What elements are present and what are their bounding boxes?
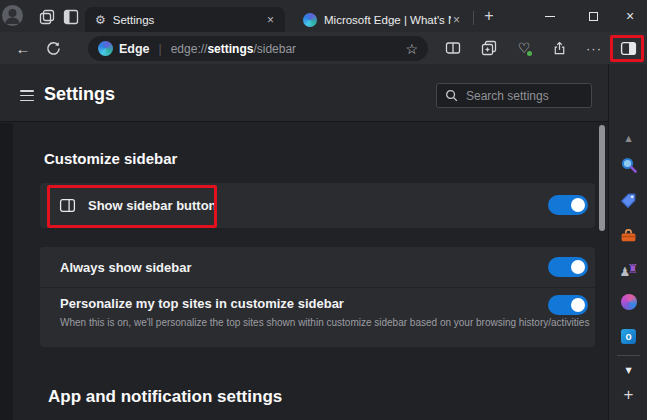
sidebar-item-microsoft-365[interactable]	[609, 294, 647, 310]
heart-pulse-icon: ♡	[518, 40, 531, 56]
edge-site-logo-icon	[98, 41, 113, 56]
url-highlight: settings	[207, 42, 253, 56]
tab-close-icon[interactable]: ×	[265, 13, 276, 27]
settings-content: Customize sidebar Show sidebar button Al…	[0, 123, 608, 420]
toolbox-icon	[620, 227, 637, 244]
page-title: Settings	[44, 84, 115, 105]
setting-description: When this is on, we'll personalize the t…	[60, 317, 589, 328]
show-sidebar-button-toggle[interactable]	[548, 195, 588, 215]
microsoft-365-icon	[621, 294, 637, 310]
favorite-star-icon[interactable]: ☆	[405, 41, 418, 57]
tab-settings[interactable]: ⚙ Settings ×	[85, 7, 285, 32]
chevron-up-icon: ▲	[625, 135, 631, 143]
window-minimize-button[interactable]	[535, 2, 565, 30]
status-dot	[527, 51, 532, 56]
settings-tab-favicon-gear-icon: ⚙	[95, 14, 106, 26]
url-text: edge://settings/sidebar	[171, 42, 296, 56]
toggle-knob	[571, 198, 585, 212]
page-scrollbar-thumb[interactable]	[599, 125, 605, 231]
personalize-top-sites-toggle[interactable]	[548, 295, 588, 315]
search-colored-icon	[620, 156, 638, 174]
outlook-icon: o	[621, 329, 636, 344]
search-icon	[445, 89, 458, 102]
ellipsis-icon: ···	[586, 41, 602, 56]
edge-logo-icon	[303, 13, 317, 27]
browser-essentials-button[interactable]: ♡	[512, 36, 536, 60]
settings-and-more-button[interactable]: ···	[582, 36, 606, 60]
section-heading-app-notification: App and notification settings	[48, 387, 282, 407]
site-label: Edge	[119, 42, 150, 56]
titlebar: ⚙ Settings × Microsoft Edge | What's New…	[0, 0, 647, 32]
new-tab-button[interactable]: +	[478, 4, 500, 28]
sidebar-item-shopping[interactable]	[609, 191, 647, 209]
sidebar-item-search[interactable]	[609, 155, 647, 175]
sidebar-item-outlook[interactable]: o	[609, 328, 647, 344]
chess-pieces-icon: ♟♜	[620, 262, 638, 279]
toggle-knob	[571, 260, 585, 274]
annotation-box-sidebar-toggle	[610, 35, 644, 62]
url-scheme: edge://	[171, 42, 208, 56]
settings-search-input[interactable]	[466, 89, 583, 103]
sidebar-customize-add-button[interactable]: +	[609, 385, 647, 405]
shopping-tag-icon	[620, 192, 637, 209]
window-close-button[interactable]: ×	[615, 2, 645, 30]
url-divider: |	[159, 42, 162, 56]
sidebar-expand-down-button[interactable]: ▼	[609, 364, 647, 378]
tab-whats-new[interactable]: Microsoft Edge | What's New ×	[293, 7, 471, 32]
setting-label: Personalize my top sites in customize si…	[60, 296, 344, 311]
back-button[interactable]: ←	[12, 38, 34, 58]
workspaces-icon[interactable]	[38, 8, 55, 25]
sidebar-divider	[617, 355, 640, 356]
refresh-button[interactable]	[42, 38, 64, 58]
share-button[interactable]	[547, 36, 571, 60]
tab-title: Settings	[113, 14, 265, 26]
settings-search-box[interactable]	[436, 83, 592, 108]
settings-menu-button[interactable]	[20, 90, 34, 101]
setting-row-personalize-top-sites: Personalize my top sites in customize si…	[40, 288, 595, 347]
tab-title: Microsoft Edge | What's New	[324, 14, 451, 26]
tab-close-icon[interactable]: ×	[451, 13, 462, 27]
window-maximize-button[interactable]	[578, 2, 608, 30]
collections-button[interactable]	[477, 36, 501, 60]
split-screen-button[interactable]	[441, 36, 465, 60]
maximize-icon	[589, 12, 598, 21]
tab-divider	[473, 11, 474, 25]
toggle-knob	[571, 298, 585, 312]
annotation-box-show-sidebar-row	[47, 185, 217, 228]
plus-icon: +	[624, 385, 634, 405]
address-bar[interactable]: Edge | edge://settings/sidebar ☆	[88, 36, 428, 61]
browser-window: ⚙ Settings × Microsoft Edge | What's New…	[0, 0, 647, 420]
sidebar-item-games[interactable]: ♟♜	[609, 261, 647, 279]
left-gutter	[0, 123, 13, 420]
section-heading-customize-sidebar: Customize sidebar	[44, 150, 177, 167]
chevron-down-icon: ▼	[625, 367, 631, 375]
always-show-sidebar-toggle[interactable]	[548, 257, 588, 277]
edge-sidebar-rail: ▲ ♟♜ o ▼ + ✂ ⚙	[608, 64, 647, 420]
sidebar-collapse-up-button[interactable]: ▲	[609, 131, 647, 147]
vertical-tabs-icon[interactable]	[62, 8, 79, 25]
url-path: /sidebar	[253, 42, 296, 56]
minimize-icon	[545, 16, 555, 17]
setting-row-always-show-sidebar: Always show sidebar	[40, 247, 595, 287]
setting-label: Always show sidebar	[60, 260, 192, 275]
sidebar-item-tools[interactable]	[609, 226, 647, 244]
profile-avatar[interactable]	[2, 5, 23, 26]
